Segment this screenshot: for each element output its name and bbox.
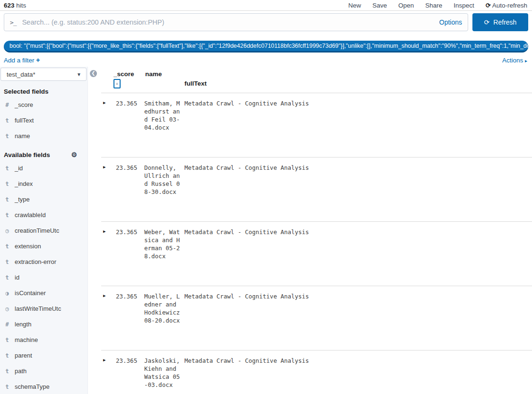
field-name: name [15, 132, 30, 140]
field-item-crawlableid[interactable]: t crawlableId [0, 207, 87, 223]
field-item-extension[interactable]: t extension [0, 238, 87, 254]
cell-fulltext: Metadata Crawl - Cognitive Analysis [184, 228, 528, 236]
refresh-button[interactable]: ⟳ Refresh [472, 13, 528, 31]
field-name: id [15, 274, 19, 281]
expand-row-icon[interactable]: ▶ [103, 163, 105, 171]
index-pattern-label: test_data* [7, 71, 35, 78]
boolean-type-icon: ◑ [4, 290, 10, 297]
table-header: _score ▲ name fullText [101, 67, 532, 93]
expand-row-icon[interactable]: ▶ [103, 292, 105, 300]
expand-row-icon[interactable]: ▶ [103, 356, 105, 364]
column-header-fulltext[interactable]: fullText [184, 80, 207, 87]
string-type-icon: t [4, 368, 10, 375]
field-item-id[interactable]: t id [0, 270, 87, 285]
field-name: _index [15, 180, 33, 187]
field-item-machine[interactable]: t machine [0, 332, 87, 348]
column-header-score[interactable]: _score [113, 70, 134, 78]
hits-count: 623 [4, 2, 15, 9]
discover-app: 623 hits New Save Open Share Inspect ⟳ A… [0, 0, 532, 394]
cell-score: 23.365 [116, 292, 137, 300]
search-box[interactable]: >_ Options [4, 13, 468, 31]
string-type-icon: t [4, 181, 10, 187]
add-filter-label: Add a filter [4, 57, 35, 64]
field-item-iscontainer[interactable]: ◑ isContainer [0, 285, 87, 301]
gear-icon[interactable]: ⚙ [71, 151, 77, 158]
field-name: crawlableId [15, 211, 46, 219]
clock-icon: ◷ [4, 306, 10, 312]
menu-item-open[interactable]: Open [398, 2, 414, 9]
field-name: parent [15, 352, 32, 359]
field-name: _score [15, 101, 33, 108]
field-item-fulltext[interactable]: t fullText [0, 113, 87, 128]
expand-row-icon[interactable]: ▶ [103, 228, 105, 236]
filter-pill-bool-query[interactable]: bool: "{"must":[{"bool":{"must":[{"more_… [4, 41, 528, 53]
cell-score: 23.365 [116, 99, 137, 107]
string-type-icon: t [4, 117, 10, 124]
cell-fulltext: Metadata Crawl - Cognitive Analysis [184, 357, 528, 365]
field-item-schematype[interactable]: t schemaType [0, 379, 87, 394]
field-item-path[interactable]: t path [0, 363, 87, 379]
auto-refresh-label: Auto-refresh [492, 2, 527, 9]
options-link[interactable]: Options [435, 18, 462, 26]
field-item-id-meta[interactable]: t _id [0, 160, 87, 176]
cell-score: 23.365 [116, 164, 137, 172]
sort-ascending-button[interactable]: ▲ [113, 79, 121, 88]
field-item-creationtimeutc[interactable]: ◷ creationTimeUtc [0, 223, 87, 238]
actions-label: Actions [502, 57, 523, 64]
field-name: fullText [15, 117, 34, 124]
field-name: schemaType [15, 383, 50, 390]
cell-name: Donnelly, Ullrich and Russel 08-30.docx [144, 164, 180, 196]
cell-name: Smitham, Medhurst and Feil 03-04.docx [144, 99, 180, 131]
cell-score: 23.365 [116, 357, 137, 365]
top-bar: 623 hits New Save Open Share Inspect ⟳ A… [0, 0, 532, 11]
string-type-icon: t [4, 259, 10, 265]
menu-item-inspect[interactable]: Inspect [454, 2, 474, 9]
actions-menu-link[interactable]: Actions ▸ [502, 57, 527, 64]
menu-item-new[interactable]: New [348, 2, 361, 9]
terminal-prompt-icon: >_ [10, 19, 17, 26]
field-name: length [15, 321, 31, 328]
field-item-length[interactable]: # length [0, 316, 87, 332]
field-item-lastwritetimeutc[interactable]: ◷ lastWriteTimeUtc [0, 301, 87, 316]
collapse-sidebar-icon[interactable]: ❮ [90, 70, 97, 77]
add-filter-link[interactable]: Add a filter + [4, 56, 40, 64]
chevron-down-icon: ▼ [77, 72, 81, 77]
field-name: extension [15, 243, 41, 250]
table-row: ▶ 23.365 Smitham, Medhurst and Feil 03-0… [101, 93, 532, 158]
field-item-parent[interactable]: t parent [0, 348, 87, 363]
cell-name: Weber, Watsica and Herman 05-28.docx [144, 228, 180, 260]
documents-table: _score ▲ name fullText ▶ 23.365 Smitham,… [101, 67, 532, 394]
field-item-name[interactable]: t name [0, 128, 87, 144]
cell-fulltext: Metadata Crawl - Cognitive Analysis [184, 164, 528, 172]
query-bar: >_ Options ⟳ Refresh [0, 11, 532, 34]
index-pattern-select[interactable]: test_data* ▼ [0, 68, 87, 81]
refresh-label: Refresh [493, 18, 516, 26]
results-panel: ❮ _score ▲ name fullText ▶ 23.365 Smitha… [88, 67, 532, 394]
available-fields-title: Available fields [4, 151, 50, 158]
field-item-index[interactable]: t _index [0, 176, 87, 192]
string-type-icon: t [4, 274, 10, 281]
expand-row-icon[interactable]: ▶ [103, 99, 105, 107]
search-input[interactable] [22, 18, 435, 26]
auto-refresh-button[interactable]: ⟳ Auto-refresh [486, 2, 527, 9]
field-name: _id [15, 165, 23, 172]
field-item-type[interactable]: t _type [0, 192, 87, 207]
field-item-extraction-error[interactable]: t extraction-error [0, 254, 87, 270]
selected-fields-heading: Selected fields [0, 81, 87, 97]
field-item-score[interactable]: # _score [0, 97, 87, 113]
menu-item-share[interactable]: Share [425, 2, 442, 9]
filter-pill-row: bool: "{"must":[{"bool":{"must":[{"more_… [0, 34, 532, 53]
top-nav-menu: New Save Open Share Inspect ⟳ Auto-refre… [348, 2, 527, 9]
field-name: creationTimeUtc [15, 227, 59, 234]
chevron-right-icon: ▸ [525, 58, 527, 63]
field-name: machine [15, 336, 38, 343]
fields-sidebar: test_data* ▼ Selected fields # _score t … [0, 67, 88, 394]
menu-item-save[interactable]: Save [372, 2, 387, 9]
column-header-name[interactable]: name [145, 70, 162, 78]
field-name: lastWriteTimeUtc [15, 305, 61, 312]
hits-summary: 623 hits [4, 2, 26, 9]
cell-fulltext: Metadata Crawl - Cognitive Analysis [184, 99, 528, 107]
auto-refresh-icon: ⟳ [486, 2, 491, 9]
string-type-icon: t [4, 384, 10, 390]
cell-name: Jaskolski, Kiehn and Watsica 05-03.docx [144, 357, 180, 389]
